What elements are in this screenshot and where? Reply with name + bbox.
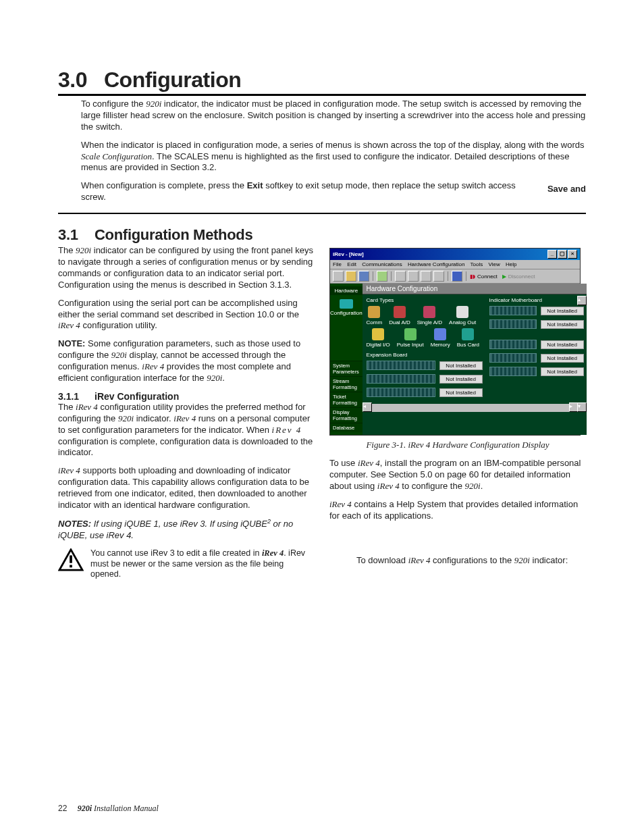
warning-icon <box>58 548 84 571</box>
subsec-p2: iRev 4 supports both uploading and downl… <box>58 465 315 511</box>
mb-slot-3[interactable] <box>489 340 537 349</box>
irev-window: iRev - [New] _▢× File Edit Communication… <box>329 248 581 436</box>
menu-bar[interactable]: File Edit Communications Hardware Config… <box>330 260 580 269</box>
notes-line: NOTES: If using iQUBE 1, use iRev 3. If … <box>58 518 315 542</box>
card-bus-icon[interactable] <box>462 328 474 340</box>
menu-view[interactable]: View <box>488 261 500 267</box>
section-title: 3.1Configuration Methods <box>58 226 586 244</box>
close-button-icon[interactable]: × <box>568 250 577 259</box>
menu-help[interactable]: Help <box>506 261 516 267</box>
page-footer: 22 920i Installation Manual <box>58 804 159 814</box>
menu-hwconf[interactable]: Hardware Configuration <box>408 261 465 267</box>
mb-slot-5[interactable] <box>489 367 537 376</box>
card-types-label: Card Types <box>367 297 483 303</box>
sidebar: Hardware Configuration System Parameters… <box>330 284 363 435</box>
right-p1: To use iRev 4, install the program on an… <box>329 458 586 492</box>
expansion-label: Expansion Board <box>367 352 483 358</box>
card-memory-icon[interactable] <box>434 328 446 340</box>
toolbar-print-icon[interactable] <box>377 271 387 282</box>
scroll-left-icon[interactable]: ◂ <box>363 402 372 412</box>
chapter-title: 3.0Configuration <box>58 68 586 96</box>
motherboard-label: Indicator Motherboard <box>489 297 584 303</box>
mb-slot-2[interactable] <box>489 319 537 329</box>
svg-rect-2 <box>70 565 72 568</box>
section-rule <box>58 213 586 214</box>
warning-row: You cannot use iRev 3 to edit a file cre… <box>58 548 315 580</box>
scroll-down-icon[interactable]: ▾ <box>577 402 587 412</box>
panel-title: Hardware Configuration <box>363 284 587 294</box>
sidebar-item-sysparam[interactable]: System Parameters <box>330 361 363 376</box>
window-buttons: _▢× <box>547 250 577 259</box>
window-titlebar: iRev - [New] _▢× <box>330 249 580 260</box>
intro-p1: To configure the 920i indicator, the ind… <box>81 99 586 133</box>
card-analogout-icon[interactable] <box>456 306 468 318</box>
exp-slot-2[interactable] <box>367 374 435 384</box>
max-button-icon[interactable]: ▢ <box>558 250 567 259</box>
menu-tools[interactable]: Tools <box>471 261 483 267</box>
intro-p3: When configuration is complete, press th… <box>81 180 586 203</box>
figure-screenshot: iRev - [New] _▢× File Edit Communication… <box>329 248 586 451</box>
menu-file[interactable]: File <box>333 261 342 267</box>
toolbar-misc-icon[interactable] <box>433 271 444 282</box>
section-number: 3.1 <box>58 226 95 244</box>
toolbar-save-icon[interactable] <box>358 271 369 282</box>
left-p1: The 920i indicator can be configured by … <box>58 245 315 291</box>
right-p3: To download iRev 4 configurations to the… <box>356 555 586 567</box>
sidebar-config-icon[interactable] <box>340 299 353 309</box>
left-column: The 920i indicator can be configured by … <box>58 245 315 580</box>
svg-rect-1 <box>70 555 72 563</box>
warning-text: You cannot use iRev 3 to edit a file cre… <box>90 548 315 580</box>
main-panel: Hardware Configuration ▴ Card Types Comm… <box>363 284 587 435</box>
toolbar: ▮◗ Connect ▶ Disconnect <box>330 269 580 284</box>
card-dualad-icon[interactable] <box>394 306 406 318</box>
chapter-text: Configuration <box>104 68 241 92</box>
right-p2: iRev 4 contains a Help System that provi… <box>329 499 586 522</box>
toolbar-connect[interactable]: Connect <box>477 273 498 280</box>
sidebar-item-stream[interactable]: Stream Formatting <box>330 376 363 392</box>
toolbar-new-icon[interactable] <box>333 271 344 282</box>
chapter-number: 3.0 <box>58 68 104 93</box>
figure-caption: Figure 3-1. iRev 4 Hardware Configuratio… <box>329 440 586 451</box>
card-dio-icon[interactable] <box>372 328 384 340</box>
toolbar-disconnect: Disconnect <box>508 273 535 280</box>
menu-comm[interactable]: Communications <box>362 261 402 267</box>
window-title: iRev - [New] <box>333 251 364 257</box>
scroll-up-icon[interactable]: ▴ <box>577 296 587 305</box>
exp-slot-1[interactable] <box>367 361 435 370</box>
card-singlead-icon[interactable] <box>423 306 435 318</box>
sidebar-item-ticket[interactable]: Ticket Formatting <box>330 392 363 407</box>
sidebar-config-label[interactable]: Configuration <box>330 310 363 321</box>
left-note: NOTE: Some configuration parameters, suc… <box>58 338 315 384</box>
toolbar-open-icon[interactable] <box>346 271 356 282</box>
exp-slot-3[interactable] <box>367 388 435 397</box>
left-p2: Configuration using the serial port can … <box>58 298 315 332</box>
sidebar-header: Hardware <box>330 286 363 295</box>
min-button-icon[interactable]: _ <box>547 250 557 259</box>
sidebar-list: System Parameters Stream Formatting Tick… <box>330 361 363 432</box>
toolbar-paste-icon[interactable] <box>421 271 431 282</box>
save-and-text: Save and <box>547 184 586 194</box>
mb-slot-1[interactable] <box>489 306 537 315</box>
subsec-p1: The iRev 4 configuration utility provide… <box>58 402 315 459</box>
card-comm-icon[interactable] <box>368 306 380 318</box>
toolbar-help-icon[interactable] <box>452 271 462 282</box>
right-column: iRev - [New] _▢× File Edit Communication… <box>329 245 586 580</box>
toolbar-cut-icon[interactable] <box>395 271 406 282</box>
card-pulse-icon[interactable] <box>404 328 417 340</box>
sidebar-item-database[interactable]: Database <box>330 423 363 432</box>
toolbar-copy-icon[interactable] <box>408 271 419 282</box>
menu-edit[interactable]: Edit <box>347 261 356 267</box>
mb-slot-4[interactable] <box>489 353 537 363</box>
page-number: 22 <box>58 804 67 813</box>
subsection-title: 3.1.1iRev Configuration <box>58 391 315 402</box>
sidebar-item-display[interactable]: Display Formatting <box>330 407 363 423</box>
intro-p2: When the indicator is placed in configur… <box>81 140 586 174</box>
